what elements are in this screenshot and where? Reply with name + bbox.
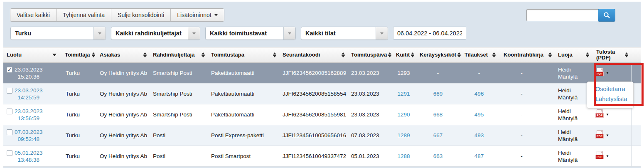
column-header-luotu: Luotu bbox=[7, 52, 22, 58]
table-row[interactable]: 23.03.2023 13:56:59 Turku Oy Heidin yrit… bbox=[3, 104, 641, 125]
sort-icon[interactable] bbox=[586, 52, 589, 57]
table-row[interactable]: 07.03.2023 09:52:48 Turku Oy Heidin yrit… bbox=[3, 125, 641, 146]
sort-icon[interactable] bbox=[411, 52, 414, 57]
created-date-link[interactable]: 23.03.2023 14:25:59 bbox=[15, 87, 43, 101]
column-header-keraysyksikot: Keräysyksiköt bbox=[420, 52, 456, 58]
print-pdf-button[interactable]: PDF ▼ bbox=[596, 109, 609, 118]
row-spacer-cell bbox=[631, 63, 641, 84]
column-header-toimitustapa: Toimitustapa bbox=[211, 52, 244, 58]
created-date-link[interactable]: 07.03.2023 09:52:48 bbox=[15, 128, 43, 143]
row-checkbox[interactable] bbox=[7, 150, 12, 156]
sort-icon[interactable] bbox=[52, 54, 57, 56]
toolbar-button-group: Valitse kaikki Tyhjennä valinta Sulje ko… bbox=[10, 8, 224, 22]
sort-icon[interactable] bbox=[92, 52, 95, 57]
delivery-method-select[interactable]: Kaikki toimitustavat bbox=[205, 27, 296, 40]
print-pdf-button[interactable]: PDF ▼ bbox=[596, 151, 609, 160]
sort-icon[interactable] bbox=[388, 52, 391, 57]
chevron-down-icon: ▼ bbox=[606, 154, 609, 160]
location-select[interactable]: Turku bbox=[10, 27, 106, 40]
orders-link[interactable]: 496 bbox=[474, 91, 484, 97]
carrier-select[interactable]: Kaikki rahdinkuljettajat bbox=[111, 27, 200, 40]
supplier-cell: Turku bbox=[61, 146, 98, 167]
supplier-cell: Turku bbox=[61, 104, 98, 125]
column-header-seurantakoodi: Seurantakoodi bbox=[283, 52, 320, 58]
created-date: 23.03.2023 bbox=[15, 67, 43, 73]
column-header-luoja: Luoja bbox=[558, 52, 573, 58]
sort-icon[interactable] bbox=[457, 52, 461, 57]
picking-units-link[interactable]: 669 bbox=[433, 91, 443, 97]
chevron-down-icon bbox=[283, 27, 295, 40]
close-consolidation-button[interactable]: Sulje konsolidointi bbox=[111, 9, 170, 21]
creator-cell: Heidi Mäntylä bbox=[555, 125, 592, 146]
search-button[interactable] bbox=[598, 9, 615, 22]
row-spacer-cell bbox=[631, 125, 641, 146]
date-range-input[interactable] bbox=[393, 27, 466, 40]
orders-link[interactable]: 487 bbox=[474, 153, 484, 159]
orders-link[interactable]: 493 bbox=[474, 132, 484, 138]
column-header-koontirahtikirja: Koontirahtikirja bbox=[504, 52, 543, 58]
creator-cell: Heidi Mäntylä bbox=[555, 63, 592, 84]
more-actions-label: Lisätoiminnot bbox=[177, 12, 211, 18]
customer-cell: Oy Heidin yritys Ab bbox=[98, 146, 150, 167]
row-checkbox[interactable] bbox=[7, 109, 12, 114]
pdf-icon: PDF bbox=[596, 130, 603, 139]
row-checkbox[interactable] bbox=[7, 88, 12, 94]
more-actions-button[interactable]: Lisätoiminnot bbox=[170, 9, 224, 21]
carrier-cell: Posti bbox=[150, 125, 208, 146]
created-date-link[interactable]: 23.03.2023 13:56:59 bbox=[15, 108, 43, 122]
sort-icon[interactable] bbox=[143, 52, 147, 57]
sort-icon[interactable] bbox=[273, 52, 276, 57]
created-date: 05.01.2023 bbox=[15, 150, 43, 156]
receipts-link[interactable]: 1288 bbox=[397, 153, 410, 159]
receipts-link[interactable]: 1289 bbox=[397, 132, 410, 138]
delivery-method-cell: Pakettiautomaatti bbox=[208, 63, 279, 84]
table-row[interactable]: 23.03.2023 15:20:36 Turku Oy Heidin yrit… bbox=[3, 63, 641, 84]
select-all-button[interactable]: Valitse kaikki bbox=[10, 9, 56, 21]
column-header-toimittaja: Toimittaja bbox=[65, 52, 90, 58]
consignment-note-cell: - bbox=[499, 104, 555, 125]
picking-units-link[interactable]: 667 bbox=[433, 132, 443, 138]
search-input[interactable] bbox=[526, 9, 598, 21]
carrier-cell: Smartship Posti bbox=[150, 104, 208, 125]
customer-cell: Oy Heidin yritys Ab bbox=[98, 63, 150, 84]
created-date: 23.03.2023 bbox=[15, 87, 43, 94]
created-date-link[interactable]: 23.03.2023 15:20:36 bbox=[15, 66, 43, 80]
row-checkbox[interactable] bbox=[7, 67, 12, 73]
delivery-method-cell: Pakettiautomaatti bbox=[208, 104, 279, 125]
menu-item-osoitetarra[interactable]: Osoitetarra bbox=[587, 84, 633, 94]
receipts-link[interactable]: 1291 bbox=[397, 91, 410, 97]
table-row[interactable]: 23.03.2023 14:25:59 Turku Oy Heidin yrit… bbox=[3, 84, 641, 104]
clear-selection-button[interactable]: Tyhjennä valinta bbox=[56, 9, 111, 21]
orders-link[interactable]: - bbox=[478, 70, 480, 76]
picking-units-link[interactable]: - bbox=[437, 70, 439, 76]
sort-icon[interactable] bbox=[202, 52, 205, 57]
delivery-date-cell: 07.03.2023 bbox=[348, 125, 393, 146]
sort-icon[interactable] bbox=[492, 52, 496, 57]
sort-icon[interactable] bbox=[548, 52, 552, 57]
supplier-cell: Turku bbox=[61, 84, 98, 104]
table-row[interactable]: 05.01.2023 13:48:38 Turku Oy Heidin yrit… bbox=[3, 146, 641, 167]
receipts-link[interactable]: 1293 bbox=[397, 70, 410, 76]
table-header-row: Luotu Toimittaja Asiakas Rahdinkuljettaj… bbox=[3, 47, 641, 63]
chevron-down-icon bbox=[93, 27, 106, 40]
sort-icon[interactable] bbox=[342, 52, 345, 57]
search-icon bbox=[603, 12, 610, 19]
shipments-table: Luotu Toimittaja Asiakas Rahdinkuljettaj… bbox=[3, 47, 641, 167]
location-select-value: Turku bbox=[11, 30, 35, 37]
pdf-badge: PDF bbox=[595, 113, 604, 118]
pdf-badge: PDF bbox=[595, 72, 604, 76]
print-pdf-button[interactable]: PDF ▼ bbox=[596, 130, 609, 139]
tracking-code-cell: JJFI62345620085158554 bbox=[279, 84, 348, 104]
created-date-link[interactable]: 05.01.2023 13:48:38 bbox=[15, 149, 43, 163]
orders-link[interactable]: 495 bbox=[474, 111, 484, 118]
print-pdf-button[interactable]: PDF ▼ bbox=[596, 68, 609, 77]
picking-units-link[interactable]: 668 bbox=[433, 111, 443, 118]
sort-icon[interactable] bbox=[625, 52, 628, 57]
row-checkbox[interactable] bbox=[7, 129, 12, 135]
chevron-down-icon bbox=[214, 14, 218, 16]
status-select[interactable]: Kaikki tilat bbox=[301, 27, 388, 40]
receipts-link[interactable]: 1290 bbox=[397, 111, 410, 118]
picking-units-link[interactable]: 663 bbox=[433, 153, 443, 159]
supplier-cell: Turku bbox=[61, 125, 98, 146]
menu-item-lahetyslista[interactable]: Lähetyslista bbox=[587, 94, 633, 104]
